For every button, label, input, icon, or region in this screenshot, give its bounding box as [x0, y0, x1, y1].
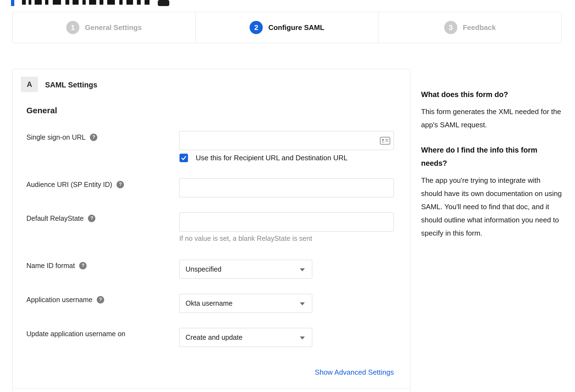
app-username-label: Application username	[26, 296, 92, 304]
step-general-settings[interactable]: 1 General Settings	[13, 12, 195, 43]
step-configure-saml[interactable]: 2 Configure SAML	[195, 12, 378, 43]
clipped-accent-bar	[11, 0, 14, 6]
help-column: What does this form do? This form genera…	[421, 88, 563, 252]
audience-uri-label-row: Audience URI (SP Entity ID) ?	[26, 180, 124, 189]
update-username-label: Update application username on	[26, 330, 125, 338]
nameid-format-value: Unspecified	[186, 265, 222, 273]
nameid-format-label: Name ID format	[26, 262, 75, 270]
help-question-1: What does this form do?	[421, 88, 563, 101]
chevron-down-icon	[300, 302, 305, 305]
recipient-url-checkbox-label[interactable]: Use this for Recipient URL and Destinati…	[196, 154, 348, 162]
clipped-app-logo	[158, 0, 169, 6]
recipient-url-checkbox[interactable]	[179, 154, 188, 162]
relaystate-input[interactable]	[179, 212, 394, 231]
help-question-2: Where do I find the info this form needs…	[421, 143, 563, 170]
audience-uri-input[interactable]	[179, 178, 394, 197]
panel-title: SAML Settings	[45, 79, 97, 90]
saml-settings-panel: A SAML Settings General Single sign-on U…	[12, 69, 410, 392]
sso-url-help-icon[interactable]: ?	[90, 134, 97, 141]
step-label: General Settings	[85, 23, 142, 32]
nameid-format-help-icon[interactable]: ?	[79, 262, 87, 269]
app-username-label-row: Application username ?	[26, 295, 104, 305]
update-username-select[interactable]: Create and update	[179, 328, 312, 347]
step-number-badge: 3	[444, 21, 457, 34]
help-answer-2: The app you're trying to integrate with …	[421, 174, 563, 240]
step-label: Configure SAML	[268, 23, 324, 32]
audience-uri-label: Audience URI (SP Entity ID)	[26, 181, 112, 189]
help-answer-1: This form generates the XML needed for t…	[421, 105, 563, 131]
checkmark-icon	[181, 155, 187, 161]
section-a-badge: A	[21, 77, 38, 92]
step-feedback[interactable]: 3 Feedback	[378, 12, 561, 43]
chevron-down-icon	[300, 336, 305, 339]
relaystate-label-row: Default RelayState ?	[26, 213, 95, 223]
relaystate-label: Default RelayState	[26, 214, 84, 222]
app-username-select[interactable]: Okta username	[179, 294, 312, 313]
chevron-down-icon	[300, 268, 305, 271]
general-section-title: General	[26, 106, 57, 115]
show-advanced-settings-link[interactable]: Show Advanced Settings	[315, 368, 394, 377]
update-username-value: Create and update	[186, 333, 242, 341]
nameid-format-select[interactable]: Unspecified	[179, 260, 312, 279]
sso-url-input[interactable]	[179, 131, 394, 150]
app-username-value: Okta username	[186, 299, 233, 307]
step-number-badge: 1	[66, 21, 79, 34]
step-label: Feedback	[463, 23, 496, 32]
audience-uri-help-icon[interactable]: ?	[117, 181, 124, 188]
contact-card-icon[interactable]	[380, 137, 390, 145]
app-username-help-icon[interactable]: ?	[97, 296, 104, 303]
sso-url-label-row: Single sign-on URL ?	[26, 132, 97, 142]
wizard-stepper: 1 General Settings 2 Configure SAML 3 Fe…	[12, 12, 562, 43]
nameid-format-label-row: Name ID format ?	[26, 261, 87, 270]
sso-url-label: Single sign-on URL	[26, 133, 85, 141]
clipped-page-title	[11, 0, 181, 6]
relaystate-hint: If no value is set, a blank RelayState i…	[179, 234, 312, 242]
update-username-label-row: Update application username on	[26, 329, 125, 339]
section-divider	[13, 388, 410, 389]
relaystate-help-icon[interactable]: ?	[88, 215, 95, 222]
step-number-badge: 2	[250, 21, 263, 34]
